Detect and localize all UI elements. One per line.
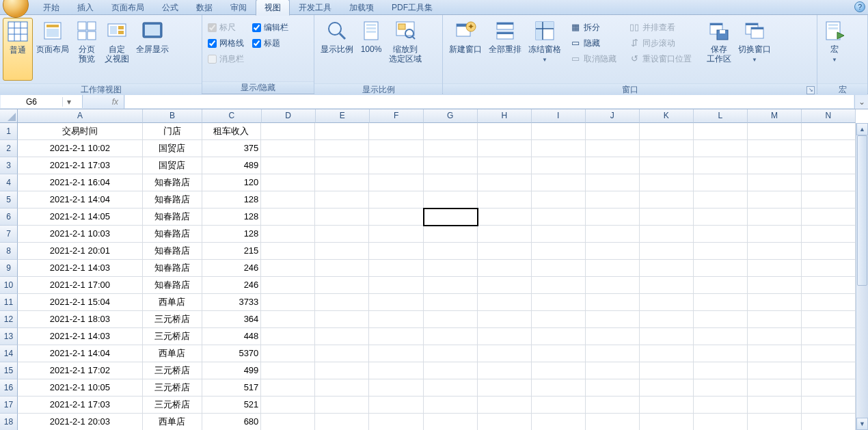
cell[interactable]: 128: [202, 209, 262, 226]
cell[interactable]: 489: [202, 157, 262, 174]
cell[interactable]: 128: [202, 191, 262, 209]
cell[interactable]: 知春路店: [143, 260, 202, 277]
cell[interactable]: [748, 379, 802, 397]
cell[interactable]: [586, 345, 640, 362]
cell[interactable]: [261, 379, 315, 397]
split-button[interactable]: ▦拆分: [567, 21, 619, 34]
cell[interactable]: [369, 157, 423, 174]
cell[interactable]: 2021-2-1 10:03: [18, 226, 143, 243]
cell[interactable]: 2021-2-1 14:05: [18, 209, 143, 226]
cell[interactable]: [369, 140, 423, 157]
cell[interactable]: [694, 345, 748, 362]
cell[interactable]: [532, 123, 586, 140]
cell[interactable]: [478, 243, 532, 260]
column-header[interactable]: J: [586, 109, 640, 123]
column-header[interactable]: I: [532, 109, 586, 123]
cell[interactable]: [802, 345, 856, 362]
cell[interactable]: [532, 260, 586, 277]
cell[interactable]: [532, 345, 586, 362]
cell[interactable]: [586, 379, 640, 397]
cell[interactable]: [586, 191, 640, 209]
cell[interactable]: 2021-2-1 16:04: [18, 174, 143, 191]
cell[interactable]: [478, 209, 532, 226]
cell[interactable]: [261, 414, 315, 430]
row-header[interactable]: 4: [0, 174, 18, 191]
cell[interactable]: 知春路店: [143, 174, 202, 191]
cell[interactable]: [369, 397, 423, 414]
cell[interactable]: [640, 157, 694, 174]
cell[interactable]: 2021-2-1 20:01: [18, 243, 143, 260]
cell[interactable]: 2021-2-1 18:03: [18, 311, 143, 328]
cell[interactable]: [694, 123, 748, 140]
cell[interactable]: [424, 226, 478, 243]
cell[interactable]: [694, 226, 748, 243]
cell[interactable]: [424, 243, 478, 260]
cell[interactable]: [315, 123, 369, 140]
cell[interactable]: [369, 362, 423, 379]
cell[interactable]: [315, 414, 369, 430]
column-header[interactable]: B: [143, 109, 202, 123]
cell[interactable]: [586, 311, 640, 328]
cell[interactable]: [532, 243, 586, 260]
cell[interactable]: 国贸店: [143, 140, 202, 157]
column-header[interactable]: C: [202, 109, 262, 123]
cell[interactable]: [478, 294, 532, 311]
tab-2[interactable]: 页面布局: [103, 0, 153, 15]
cell[interactable]: 2021-2-1 10:02: [18, 140, 143, 157]
cell[interactable]: [315, 311, 369, 328]
column-header[interactable]: G: [424, 109, 478, 123]
vertical-scrollbar[interactable]: ▲ ▼: [856, 123, 868, 430]
cell[interactable]: [532, 414, 586, 430]
row-header[interactable]: 3: [0, 157, 18, 174]
cell[interactable]: [640, 243, 694, 260]
cell[interactable]: 西单店: [143, 294, 202, 311]
cell[interactable]: 517: [202, 379, 262, 397]
cell[interactable]: 499: [202, 362, 262, 379]
cell[interactable]: [369, 174, 423, 191]
tab-1[interactable]: 插入: [68, 0, 103, 15]
cell[interactable]: [640, 311, 694, 328]
formula-input[interactable]: [125, 95, 854, 108]
cell[interactable]: 知春路店: [143, 191, 202, 209]
view-normal-button[interactable]: 普通: [3, 18, 33, 81]
cell[interactable]: [694, 174, 748, 191]
cell[interactable]: [694, 294, 748, 311]
cell[interactable]: [315, 362, 369, 379]
cell[interactable]: [802, 174, 856, 191]
name-box[interactable]: ▾: [1, 95, 83, 108]
cell[interactable]: 租车收入: [202, 123, 262, 140]
cell[interactable]: 2021-2-1 10:05: [18, 379, 143, 397]
cell[interactable]: [802, 140, 856, 157]
cell[interactable]: [424, 191, 478, 209]
cell[interactable]: [315, 379, 369, 397]
fx-button[interactable]: fx: [83, 94, 124, 109]
cell[interactable]: [369, 260, 423, 277]
cell[interactable]: [478, 362, 532, 379]
cell[interactable]: [802, 311, 856, 328]
cell[interactable]: [315, 397, 369, 414]
cell[interactable]: [315, 345, 369, 362]
cell[interactable]: [694, 379, 748, 397]
cell[interactable]: [424, 157, 478, 174]
name-box-input[interactable]: [1, 97, 62, 107]
cell[interactable]: 2021-2-1 17:00: [18, 277, 143, 294]
zoom-100-button[interactable]: 100%: [357, 18, 385, 81]
cell[interactable]: [640, 191, 694, 209]
cells-area[interactable]: 交易时间门店租车收入2021-2-1 10:02国贸店3752021-2-1 1…: [18, 123, 856, 430]
cell[interactable]: [315, 294, 369, 311]
macros-button[interactable]: 宏 ▼: [820, 18, 849, 81]
cell[interactable]: [586, 140, 640, 157]
cell[interactable]: [694, 362, 748, 379]
cell[interactable]: [315, 260, 369, 277]
cell[interactable]: 知春路店: [143, 277, 202, 294]
zoom-selection-button[interactable]: 缩放到 选定区域: [385, 18, 425, 81]
cell[interactable]: 三元桥店: [143, 328, 202, 345]
cell[interactable]: [694, 311, 748, 328]
cell[interactable]: [478, 277, 532, 294]
cell[interactable]: [586, 277, 640, 294]
cell[interactable]: 2021-2-1 14:04: [18, 345, 143, 362]
cell[interactable]: 三元桥店: [143, 311, 202, 328]
cell[interactable]: [424, 311, 478, 328]
cell[interactable]: [478, 157, 532, 174]
row-header[interactable]: 8: [0, 243, 18, 260]
